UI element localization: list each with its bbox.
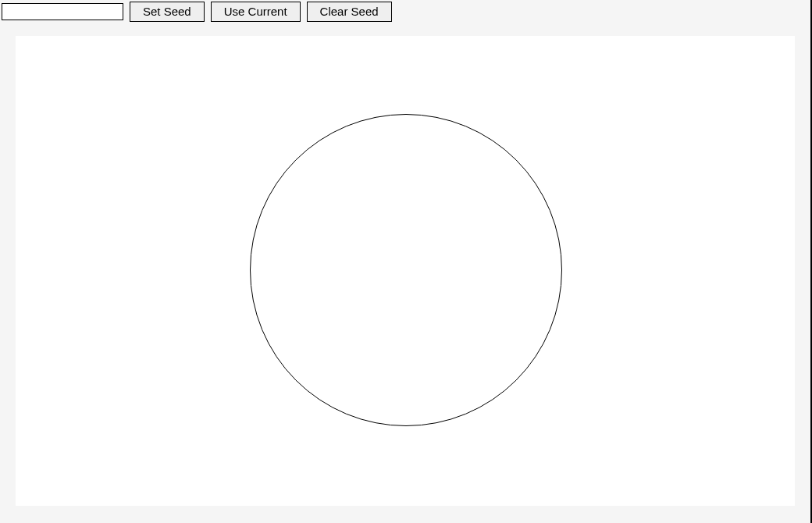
clear-seed-button[interactable]: Clear Seed xyxy=(307,2,392,22)
seed-input[interactable] xyxy=(2,3,123,20)
circle-shape xyxy=(250,114,562,426)
canvas-area xyxy=(16,36,795,506)
seed-toolbar: Set Seed Use Current Clear Seed xyxy=(0,0,810,22)
use-current-button[interactable]: Use Current xyxy=(211,2,301,22)
set-seed-button[interactable]: Set Seed xyxy=(130,2,205,22)
